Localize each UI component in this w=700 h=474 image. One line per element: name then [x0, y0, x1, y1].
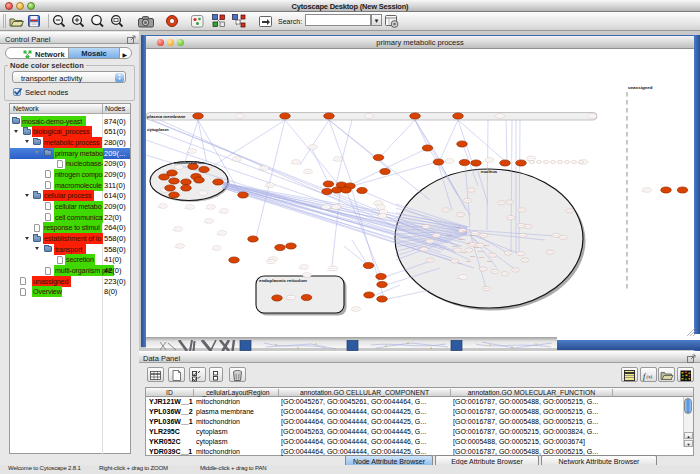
svg-text:mitochondrion: mitochondrion: [174, 160, 205, 165]
svg-text:(...): (...): [457, 277, 461, 280]
svg-text:unassigned: unassigned: [628, 85, 653, 90]
svg-text:(...): (...): [443, 161, 447, 164]
svg-text:(...): (...): [577, 162, 581, 165]
svg-text:(...): (...): [330, 207, 334, 210]
svg-text:(xxx): (xxx): [470, 234, 475, 237]
svg-text:(xxx): (xxx): [466, 260, 471, 263]
svg-text:(...): (...): [285, 298, 289, 301]
svg-text:(...): (...): [376, 216, 380, 219]
svg-text:(...): (...): [172, 229, 176, 232]
svg-text:(...): (...): [375, 207, 379, 210]
svg-text:(...): (...): [264, 185, 268, 188]
svg-text:(xxx): (xxx): [462, 230, 467, 233]
svg-text:(...): (...): [350, 309, 354, 312]
svg-text:endoplasmic reticulum: endoplasmic reticulum: [259, 278, 307, 283]
svg-text:(xxx): (xxx): [470, 255, 475, 258]
svg-text:(...): (...): [216, 233, 220, 236]
svg-text:(...): (...): [320, 207, 324, 210]
svg-text:(...): (...): [258, 168, 262, 171]
svg-text:(...): (...): [290, 162, 294, 165]
svg-text:(...): (...): [218, 211, 222, 214]
svg-text:(xxx): (xxx): [466, 242, 471, 245]
svg-text:(...): (...): [231, 159, 235, 162]
svg-text:(...): (...): [186, 151, 190, 154]
svg-text:(...): (...): [332, 159, 336, 162]
svg-text:(...): (...): [306, 147, 310, 150]
svg-text:plasma membrane: plasma membrane: [147, 114, 186, 119]
svg-text:(...): (...): [372, 203, 376, 206]
svg-text:(...): (...): [157, 206, 161, 209]
svg-text:(xxx): (xxx): [461, 251, 466, 254]
svg-text:(...): (...): [211, 248, 215, 251]
svg-text:(...): (...): [174, 246, 178, 249]
svg-text:(xxx): (xxx): [484, 244, 489, 247]
svg-text:(xxx): (xxx): [478, 250, 483, 253]
svg-text:(...): (...): [298, 267, 302, 270]
svg-text:cytoplasm: cytoplasm: [147, 127, 169, 132]
svg-text:(...): (...): [267, 259, 271, 262]
svg-text:(xxx): (xxx): [447, 234, 452, 237]
svg-text:(xxx): (xxx): [458, 238, 463, 241]
svg-text:(xxx): (xxx): [455, 226, 460, 229]
svg-text:(...): (...): [301, 275, 305, 278]
svg-text:(...): (...): [483, 160, 487, 163]
svg-text:(xxx): (xxx): [474, 246, 479, 249]
svg-text:(...): (...): [205, 207, 209, 210]
svg-text:(...): (...): [203, 221, 207, 224]
svg-text:(...): (...): [641, 190, 645, 193]
svg-text:(xxx): (xxx): [452, 245, 457, 248]
svg-text:(...): (...): [327, 269, 331, 272]
svg-text:(xxx): (xxx): [487, 260, 492, 263]
svg-text:(...): (...): [184, 207, 188, 210]
svg-text:nucleus: nucleus: [481, 169, 498, 174]
svg-text:(xxx): (xxx): [479, 256, 484, 259]
svg-text:(...): (...): [377, 212, 381, 215]
svg-text:(x): (x): [647, 374, 653, 379]
svg-text:(...): (...): [525, 159, 529, 162]
